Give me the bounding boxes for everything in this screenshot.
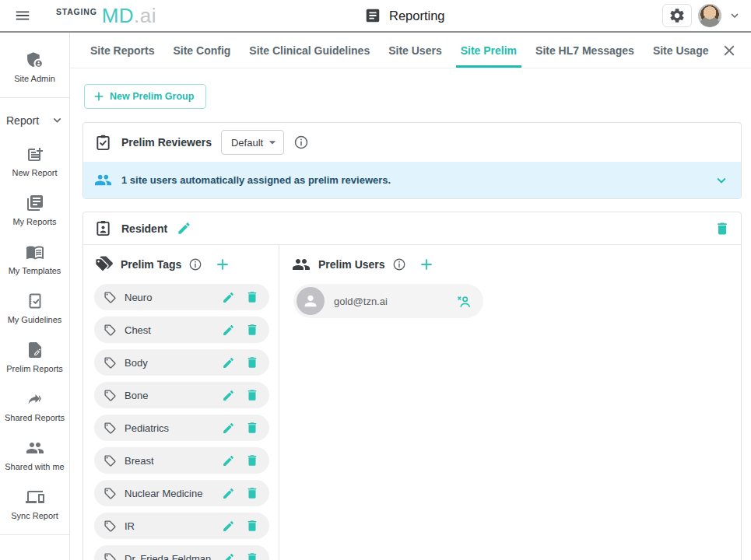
tab-site-config[interactable]: Site Config	[163, 33, 240, 68]
sidebar-item-my-reports[interactable]: My Reports	[0, 186, 69, 235]
tag-icon	[104, 356, 117, 369]
user-avatar[interactable]	[698, 4, 721, 27]
brand-logo[interactable]: STAGING MD.ai	[56, 4, 156, 27]
edit-tag-icon[interactable]	[222, 291, 235, 304]
edit-tag-icon[interactable]	[222, 389, 235, 402]
sidebar-section-report[interactable]: Report	[0, 103, 69, 137]
delete-tag-icon[interactable]	[245, 421, 259, 435]
delete-tag-icon[interactable]	[245, 388, 259, 402]
edit-tag-icon[interactable]	[222, 454, 235, 467]
top-header: STAGING MD.ai Reporting	[0, 0, 751, 33]
add-user-icon[interactable]	[419, 257, 434, 272]
delete-tag-icon[interactable]	[245, 323, 259, 337]
auto-assign-banner[interactable]: 1 site users automatically assigned as p…	[83, 162, 741, 198]
people-icon	[292, 255, 311, 274]
close-icon[interactable]	[718, 39, 740, 62]
delete-group-icon[interactable]	[714, 221, 730, 236]
edit-tag-icon[interactable]	[222, 487, 235, 500]
mdai-logo: MD.ai	[102, 4, 156, 27]
tab-site-prelim[interactable]: Site Prelim	[451, 33, 526, 68]
page-title: Reporting	[389, 9, 445, 23]
account-chevron-down-icon[interactable]	[728, 9, 742, 23]
new-prelim-group-button[interactable]: New Prelim Group	[84, 84, 206, 109]
tag-icon	[104, 389, 117, 402]
tag-row: Breast	[94, 447, 269, 474]
open-book-icon	[26, 243, 44, 261]
tab-site-clinical-guidelines[interactable]: Site Clinical Guidelines	[240, 33, 379, 68]
site-prelim-panel: New Prelim Group Prelim Reviewers Defaul…	[70, 68, 751, 560]
tag-row: Chest	[94, 317, 269, 343]
settings-button[interactable]	[662, 4, 692, 27]
file-edit-icon	[26, 341, 44, 359]
people-icon	[26, 439, 44, 457]
auto-assign-banner-text: 1 site users automatically assigned as p…	[121, 174, 704, 186]
delete-tag-icon[interactable]	[245, 551, 259, 560]
tag-row: Pediatrics	[94, 415, 269, 441]
prelim-group-card: Resident	[82, 212, 742, 560]
edit-tag-icon[interactable]	[222, 356, 235, 369]
delete-tag-icon[interactable]	[245, 355, 259, 369]
tags-info-icon[interactable]	[188, 257, 202, 271]
left-sidebar: Site Admin Report New Report My Reports	[0, 33, 70, 560]
delete-tag-icon[interactable]	[245, 290, 259, 304]
site-tabs: Site Reports Site Config Site Clinical G…	[70, 33, 751, 68]
tag-row: Neuro	[94, 284, 269, 310]
devices-icon	[26, 488, 44, 506]
remove-user-icon[interactable]	[455, 293, 472, 310]
tag-icon	[104, 454, 117, 467]
book-check-icon	[26, 292, 44, 310]
sidebar-item-my-templates[interactable]: My Templates	[0, 235, 69, 284]
clipboard-check-icon	[94, 134, 112, 152]
tags-icon	[94, 255, 113, 274]
user-email: gold@tzn.ai	[334, 296, 455, 307]
prelim-reviewers-card: Prelim Reviewers Default 1 site users au…	[82, 122, 742, 199]
sidebar-item-shared-reports[interactable]: Shared Reports	[0, 382, 69, 431]
sidebar-item-shared-with-me[interactable]: Shared with me	[0, 431, 69, 480]
tag-row: IR	[94, 513, 269, 539]
tag-row: Bone	[94, 382, 269, 408]
delete-tag-icon[interactable]	[245, 486, 259, 500]
shield-key-icon	[25, 50, 44, 69]
sidebar-item-prelim-reports[interactable]: Prelim Reports	[0, 333, 69, 382]
sidebar-item-new-report[interactable]: New Report	[0, 137, 69, 186]
tag-icon	[104, 324, 117, 337]
users-title: Prelim Users	[318, 258, 385, 271]
tab-site-hl7-messages[interactable]: Site HL7 Messages	[526, 33, 644, 68]
forward-arrows-icon	[26, 390, 44, 408]
tab-site-usage[interactable]: Site Usage	[644, 33, 718, 68]
group-name: Resident	[121, 222, 167, 235]
tag-icon	[104, 520, 117, 533]
tab-site-users[interactable]: Site Users	[379, 33, 451, 68]
tab-site-reports[interactable]: Site Reports	[81, 33, 163, 68]
edit-tag-icon[interactable]	[222, 552, 235, 560]
user-placeholder-avatar	[297, 287, 325, 315]
prelim-users-column: Prelim Users gold@	[279, 245, 741, 560]
reviewers-mode-dropdown[interactable]: Default	[221, 130, 284, 155]
sidebar-item-site-admin[interactable]: Site Admin	[0, 42, 69, 92]
tag-icon	[104, 291, 117, 304]
reviewers-info-icon[interactable]	[293, 135, 309, 150]
delete-tag-icon[interactable]	[245, 519, 259, 533]
edit-tag-icon[interactable]	[222, 422, 235, 435]
sidebar-divider	[0, 97, 69, 98]
edit-group-icon[interactable]	[177, 221, 191, 236]
note-add-icon	[26, 145, 44, 163]
tag-icon	[104, 552, 117, 560]
edit-tag-icon[interactable]	[222, 324, 235, 337]
chevron-down-icon	[50, 113, 65, 128]
banner-chevron-down-icon[interactable]	[713, 172, 730, 189]
tag-row: Dr. Frieda Feldman	[94, 545, 269, 560]
tag-row: Nuclear Medicine	[94, 480, 269, 506]
reporting-icon	[364, 7, 381, 24]
library-icon	[26, 194, 44, 212]
users-info-icon[interactable]	[392, 257, 406, 271]
sidebar-item-my-guidelines[interactable]: My Guidelines	[0, 284, 69, 333]
delete-tag-icon[interactable]	[245, 453, 259, 467]
reviewers-title: Prelim Reviewers	[121, 136, 212, 149]
add-tag-icon[interactable]	[215, 257, 230, 272]
menu-icon[interactable]	[12, 5, 33, 26]
edit-tag-icon[interactable]	[222, 520, 235, 533]
sidebar-item-sync-report[interactable]: Sync Report	[0, 480, 69, 529]
prelim-tags-column: Prelim Tags Neuro	[83, 245, 279, 560]
tag-icon	[104, 422, 117, 435]
